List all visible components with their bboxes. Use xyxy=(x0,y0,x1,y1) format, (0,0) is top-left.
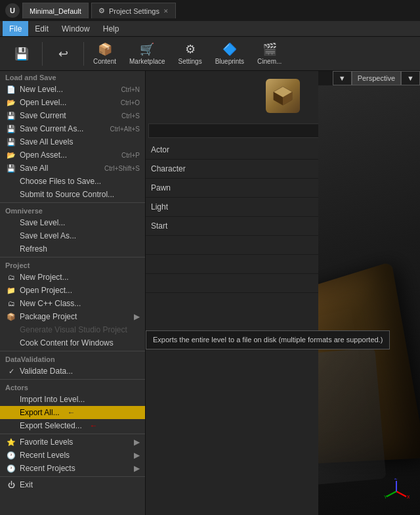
menu-new-cpp-class[interactable]: 🗂 New C++ Class... xyxy=(0,297,145,310)
menu-save-all[interactable]: 💾 Save All Ctrl+Shift+S xyxy=(0,162,145,175)
cinematics-icon: 🎬 xyxy=(262,42,277,56)
menu-export-selected[interactable]: Export Selected... ← xyxy=(0,419,145,432)
toolbar-cinematics-label: Cinem... xyxy=(257,58,282,65)
menu-export-all[interactable]: Export All... ← xyxy=(0,406,145,419)
cook-icon xyxy=(7,338,16,347)
toolbar-cinematics-btn[interactable]: 🎬 Cinem... xyxy=(252,39,287,68)
menu-submit-source[interactable]: Submit to Source Control... xyxy=(0,188,145,201)
svg-text:X: X xyxy=(407,495,410,499)
start-label: Start xyxy=(151,221,167,231)
package-arrow-icon: ▶ xyxy=(134,312,140,321)
cpp-class-icon: 🗂 xyxy=(7,299,16,308)
menu-recent-levels[interactable]: 🕐 Recent Levels ▶ xyxy=(0,449,145,462)
menu-import-level[interactable]: Import Into Level... xyxy=(0,393,145,406)
main-content: Load and Save 📄 New Level... Ctrl+N 📂 Op… xyxy=(0,71,420,515)
toolbar-blueprints-btn[interactable]: 🔷 Blueprints xyxy=(210,39,249,68)
menu-bar: File Edit Window Help xyxy=(0,21,420,37)
menu-window[interactable]: Window xyxy=(55,21,96,36)
export-selected-arrow: ← xyxy=(90,421,98,430)
refresh-icon xyxy=(7,244,16,254)
new-level-icon: 📄 xyxy=(7,85,16,94)
menu-cook-content[interactable]: Cook Content for Windows xyxy=(0,336,145,349)
recent-projects-icon: 🕐 xyxy=(7,464,16,473)
save-all-icon: 💾 xyxy=(7,164,16,173)
viewport-extra-btn[interactable]: ▼ xyxy=(401,71,420,85)
svg-line-4 xyxy=(396,491,406,497)
svg-text:Y: Y xyxy=(384,495,387,499)
toolbar-marketplace-btn[interactable]: 🛒 Marketplace xyxy=(124,39,170,68)
viewport-area: ▼ Perspective ▼ X Y Z xyxy=(318,71,420,515)
vs-icon xyxy=(7,325,16,334)
toolbar-save-btn[interactable]: 💾 xyxy=(5,39,38,68)
tab-label: Minimal_Default xyxy=(30,7,81,15)
settings-icon: ⚙ xyxy=(98,7,105,15)
viewport-header: ▼ Perspective ▼ xyxy=(333,71,420,85)
menu-save-current[interactable]: 💾 Save Current Ctrl+S xyxy=(0,109,145,122)
scene-object-2 xyxy=(318,347,386,485)
tab-minimal-default[interactable]: Minimal_Default xyxy=(22,3,89,18)
separator-4 xyxy=(0,379,145,380)
save-current-icon: 💾 xyxy=(7,111,16,120)
menu-help[interactable]: Help xyxy=(96,21,126,36)
menu-save-level[interactable]: Save Level... xyxy=(0,216,145,229)
omni-saveas-icon xyxy=(7,231,16,240)
tab-close-icon[interactable]: ✕ xyxy=(163,8,169,14)
menu-validate-data[interactable]: ✓ Validate Data... xyxy=(0,365,145,378)
save-as-icon: 💾 xyxy=(7,124,16,133)
tab-project-settings[interactable]: ⚙ Project Settings ✕ xyxy=(91,3,176,18)
menu-edit[interactable]: Edit xyxy=(28,21,55,36)
export-all-arrow: ← xyxy=(68,408,75,417)
toolbar-settings-label: Settings xyxy=(178,58,202,65)
toolbar-divider-2 xyxy=(83,42,84,66)
menu-new-level[interactable]: 📄 New Level... Ctrl+N xyxy=(0,83,145,96)
recent-projects-arrow: ▶ xyxy=(134,464,140,473)
menu-save-level-as[interactable]: Save Level As... xyxy=(0,229,145,242)
open-project-icon: 📁 xyxy=(7,286,16,295)
title-bar: U Minimal_Default ⚙ Project Settings ✕ xyxy=(0,0,420,21)
file-dropdown-menu: Load and Save 📄 New Level... Ctrl+N 📂 Op… xyxy=(0,71,146,515)
package-icon: 📦 xyxy=(7,312,16,321)
menu-new-project[interactable]: 🗂 New Project... xyxy=(0,271,145,284)
section-datavalidation: DataValidation xyxy=(0,353,145,365)
menu-recent-projects[interactable]: 🕐 Recent Projects ▶ xyxy=(0,462,145,475)
save-icon: 💾 xyxy=(14,47,29,61)
toolbar-content-btn[interactable]: 📦 Content xyxy=(88,39,121,68)
viewport-dropdown-btn[interactable]: ▼ xyxy=(333,71,352,85)
toolbar-settings-btn[interactable]: ⚙ Settings xyxy=(173,39,207,68)
menu-choose-files[interactable]: Choose Files to Save... xyxy=(0,175,145,188)
separator-1 xyxy=(0,202,145,203)
menu-file[interactable]: File xyxy=(3,21,28,36)
export-selected-icon xyxy=(7,421,16,430)
menu-save-all-levels[interactable]: 💾 Save All Levels xyxy=(0,135,145,148)
omni-save-icon xyxy=(7,218,16,227)
menu-favorite-levels[interactable]: ⭐ Favorite Levels ▶ xyxy=(0,436,145,449)
viewport-perspective-btn[interactable]: Perspective xyxy=(352,71,401,85)
menu-open-asset[interactable]: 📂 Open Asset... Ctrl+P xyxy=(0,148,145,162)
submit-source-icon xyxy=(7,190,16,199)
settings-toolbar-icon: ⚙ xyxy=(185,42,196,56)
toolbar-divider-1 xyxy=(42,42,43,66)
choose-files-icon xyxy=(7,177,16,186)
blueprints-icon: 🔷 xyxy=(222,42,237,56)
menu-exit[interactable]: ⏻ Exit xyxy=(0,478,145,491)
favorite-levels-icon: ⭐ xyxy=(7,437,16,447)
toolbar-blueprints-label: Blueprints xyxy=(215,58,244,65)
menu-package-project[interactable]: 📦 Package Project ▶ xyxy=(0,310,145,323)
menu-gen-vs-project: Generate Visual Studio Project xyxy=(0,323,145,336)
section-load-save: Load and Save xyxy=(0,71,145,83)
import-icon xyxy=(7,395,16,404)
menu-refresh[interactable]: Refresh xyxy=(0,242,145,256)
perspective-label: Perspective xyxy=(358,74,395,82)
exit-icon: ⏻ xyxy=(7,480,16,489)
export-all-tooltip: Exports the entire level to a file on di… xyxy=(146,330,390,349)
menu-open-level[interactable]: 📂 Open Level... Ctrl+O xyxy=(0,96,145,109)
undo-icon: ↩ xyxy=(58,47,68,61)
xyz-gizmo: X Y Z xyxy=(383,478,410,504)
toolbar-undo-btn[interactable]: ↩ xyxy=(47,39,79,68)
menu-open-project[interactable]: 📁 Open Project... xyxy=(0,284,145,297)
separator-5 xyxy=(0,434,145,434)
pawn-label: Pawn xyxy=(151,183,171,192)
menu-save-current-as[interactable]: 💾 Save Current As... Ctrl+Alt+S xyxy=(0,122,145,135)
separator-2 xyxy=(0,257,145,258)
toolbar: 💾 ↩ 📦 Content 🛒 Marketplace ⚙ Settings 🔷… xyxy=(0,37,420,71)
